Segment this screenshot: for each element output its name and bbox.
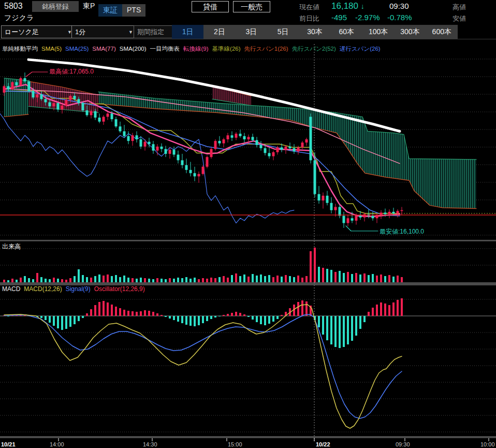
time-axis-label: 14:30 bbox=[143, 441, 157, 447]
main-legend-item: 基準線(26) bbox=[212, 46, 241, 52]
main-legend-item: 先行スパン1(26) bbox=[244, 46, 288, 52]
range-button-2日[interactable]: 2日 bbox=[203, 25, 235, 39]
interval-select[interactable]: 1分 ▼ bbox=[71, 25, 137, 38]
prev-diff-pct: -2.97% bbox=[355, 13, 380, 22]
low-label: 安値 bbox=[453, 14, 466, 23]
macd-legend-item: MACD bbox=[2, 285, 20, 293]
interval-value: 1分 bbox=[75, 27, 85, 37]
prev-diff-label: 前日比 bbox=[299, 14, 319, 23]
taishaku-button[interactable]: 貸借 bbox=[192, 1, 229, 12]
toolbar: ローソク足 ▼ 1分 ▼ 期間指定 ▼ 1日2日3日5日30本60本100本30… bbox=[0, 25, 496, 39]
main-legend-item: 一目均衡表 bbox=[150, 46, 180, 52]
main-legend-item: SMA(200) bbox=[120, 46, 147, 52]
range-button-300本[interactable]: 300本 bbox=[394, 25, 426, 39]
low-price-annotation: 最安値:16,100.0 bbox=[380, 227, 424, 236]
prev-diff-value: -495 bbox=[331, 13, 347, 22]
high-price-annotation: 最高値:17,065.0 bbox=[49, 67, 94, 76]
exchange-tabs: 東証 PTS bbox=[98, 4, 145, 17]
main-legend-item: SMA(25) bbox=[65, 46, 89, 52]
time-axis-label: 10:00 bbox=[480, 441, 495, 447]
time-axis-label: 10/22 bbox=[316, 441, 330, 447]
macd-legend-item: Signal(9) bbox=[66, 285, 91, 293]
time-axis-label: 15:00 bbox=[228, 441, 242, 447]
market-label: 東P bbox=[83, 2, 95, 11]
time-axis-label: 10/21 bbox=[1, 441, 16, 447]
range-button-1日[interactable]: 1日 bbox=[172, 25, 203, 39]
tab-pts[interactable]: PTS bbox=[122, 4, 145, 17]
main-legend-item: 先行スパン2(52) bbox=[292, 46, 336, 52]
main-legend-item: SMA(5) bbox=[41, 46, 62, 52]
main-legend-item: SMA(77) bbox=[92, 46, 115, 52]
register-stock-button[interactable]: 銘柄登録 bbox=[32, 1, 79, 12]
high-label: 高値 bbox=[453, 3, 466, 12]
period-value: 期間指定 bbox=[137, 27, 164, 37]
second-pct: -0.78% bbox=[387, 13, 412, 22]
tab-tosho[interactable]: 東証 bbox=[98, 4, 122, 17]
macd-legend-item: Oscillator(12,26,9) bbox=[94, 285, 145, 293]
main-legend-item: 単純移動平均 bbox=[2, 46, 38, 52]
ippan-uri-button[interactable]: 一般売 bbox=[233, 1, 270, 12]
macd-pane-legend: MACDMACD(12,26)Signal(9)Oscillator(12,26… bbox=[2, 285, 149, 293]
down-arrow-icon: ↓ bbox=[361, 2, 364, 10]
header: 5803 銘柄登録 東P 東証 PTS フジクラ 貸借 一般売 現在値 16,1… bbox=[0, 0, 496, 24]
chevron-down-icon: ▼ bbox=[128, 30, 133, 35]
volume-pane-label: 出来高 bbox=[2, 242, 21, 251]
current-price-label: 現在値 bbox=[299, 3, 319, 12]
range-button-600本[interactable]: 600本 bbox=[426, 25, 458, 39]
current-price-value: 16,180 ↓ bbox=[331, 1, 364, 11]
range-button-5日[interactable]: 5日 bbox=[267, 25, 299, 39]
current-price-number: 16,180 bbox=[331, 1, 358, 11]
main-legend-item: 遅行スパン(26) bbox=[340, 46, 381, 52]
range-button-bar: 1日2日3日5日30本60本100本300本600本 bbox=[172, 25, 458, 39]
main-chart-legend: 単純移動平均SMA(5)SMA(25)SMA(77)SMA(200)一目均衡表転… bbox=[2, 45, 384, 53]
chart-type-select[interactable]: ローソク足 ▼ bbox=[1, 25, 76, 38]
macd-legend-item: MACD(12,26) bbox=[24, 285, 62, 293]
stock-chart-app: 5803 銘柄登録 東P 東証 PTS フジクラ 貸借 一般売 現在値 16,1… bbox=[0, 0, 496, 448]
range-button-30本[interactable]: 30本 bbox=[299, 25, 330, 39]
stock-code: 5803 bbox=[4, 2, 23, 11]
time-axis-label: 09:30 bbox=[396, 441, 410, 447]
range-button-100本[interactable]: 100本 bbox=[362, 25, 394, 39]
stock-name: フジクラ bbox=[4, 13, 34, 23]
range-button-3日[interactable]: 3日 bbox=[236, 25, 267, 39]
time-axis: 10/2114:0014:3015:0010/2209:3010:00 bbox=[0, 441, 496, 448]
quote-time: 09:30 bbox=[389, 2, 409, 10]
range-button-60本[interactable]: 60本 bbox=[331, 25, 362, 39]
time-axis-label: 14:00 bbox=[50, 441, 64, 447]
chart-type-value: ローソク足 bbox=[5, 27, 39, 37]
main-legend-item: 転換線(9) bbox=[183, 46, 209, 52]
